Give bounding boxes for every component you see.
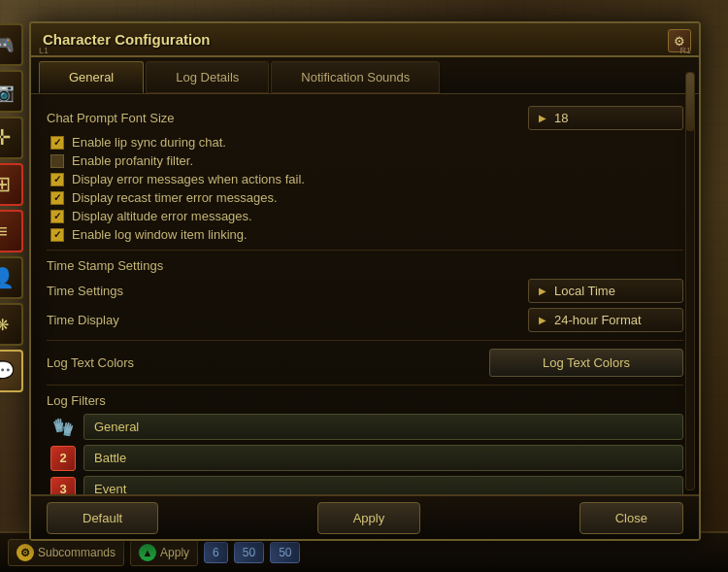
log-text-colors-button-label: Log Text Colors xyxy=(543,355,630,370)
side-icon-chat[interactable]: 💬 xyxy=(0,350,23,392)
time-settings-value: Local Time xyxy=(554,284,615,298)
tab-notification-sounds[interactable]: Notification Sounds xyxy=(271,61,440,93)
tab-general[interactable]: General xyxy=(39,61,144,93)
font-size-label: Chat Prompt Font Size xyxy=(47,111,528,125)
log-filter-battle[interactable]: 2 Battle xyxy=(47,445,683,471)
content-area: Chat Prompt Font Size 18 Enable lip sync… xyxy=(31,94,699,550)
checkbox-icon-profanity xyxy=(50,154,64,168)
checkbox-label-recast: Display recast timer error messages. xyxy=(72,190,278,205)
checkbox-lip-sync[interactable]: Enable lip sync during chat. xyxy=(47,135,683,150)
time-settings-label: Time Settings xyxy=(47,284,528,298)
checkbox-altitude[interactable]: Display altitude error messages. xyxy=(47,209,683,223)
checkbox-icon-altitude xyxy=(50,210,64,223)
close-button-bottom[interactable]: Close xyxy=(579,502,683,534)
scrollbar[interactable] xyxy=(685,72,695,490)
side-icon-crosshair[interactable]: ✛ xyxy=(0,117,23,159)
time-display-label: Time Display xyxy=(47,313,528,327)
side-icon-lines[interactable]: ≡ xyxy=(0,210,23,252)
filter-num-battle: 2 xyxy=(59,451,66,465)
checkbox-label-lip-sync: Enable lip sync during chat. xyxy=(72,135,226,150)
checkbox-label-error-msg: Display error messages when actions fail… xyxy=(72,172,305,186)
side-icon-gamepad[interactable]: 🎮 xyxy=(0,23,23,66)
side-icon-pattern[interactable]: ❋ xyxy=(0,303,23,346)
tab-label-r: R1 xyxy=(679,46,691,55)
tab-label-l: L1 xyxy=(39,46,49,55)
log-filter-general[interactable]: 🧤 General xyxy=(47,414,683,440)
side-icon-card[interactable]: ⊞ xyxy=(0,163,23,206)
apply-button[interactable]: Apply xyxy=(317,502,421,534)
filter-label-battle: Battle xyxy=(94,451,126,465)
time-display-dropdown[interactable]: 24-hour Format xyxy=(528,308,683,332)
default-button[interactable]: Default xyxy=(47,502,158,534)
timestamp-section-label: Time Stamp Settings xyxy=(47,258,683,273)
log-text-colors-button[interactable]: Log Text Colors xyxy=(489,349,683,377)
filter-label-general: General xyxy=(94,420,139,434)
filter-icon-battle: 2 xyxy=(50,446,76,471)
checkbox-label-item-link: Enable log window item linking. xyxy=(72,227,248,242)
checkbox-icon-lip-sync xyxy=(50,136,64,150)
side-icon-bar: 🎮 📷 ✛ ⊞ ≡ 👤 ❋ 💬 xyxy=(0,23,29,392)
title-bar: Character Configuration ⚙ xyxy=(31,23,699,57)
side-icon-camera[interactable]: 📷 xyxy=(0,70,23,113)
filter-icon-general: 🧤 xyxy=(50,415,76,440)
character-config-dialog: 🎮 📷 ✛ ⊞ ≡ 👤 ❋ 💬 Character Configuration … xyxy=(29,21,701,541)
divider-2 xyxy=(47,340,683,341)
checkbox-icon-error-msg xyxy=(50,173,64,186)
checkbox-label-altitude: Display altitude error messages. xyxy=(72,209,252,223)
log-text-colors-row: Log Text Colors Log Text Colors xyxy=(47,349,683,377)
checkbox-label-profanity: Enable profanity filter. xyxy=(72,153,193,168)
tab-log-details[interactable]: Log Details xyxy=(146,61,269,93)
time-display-value: 24-hour Format xyxy=(554,313,642,327)
tab-row: L1 General Log Details Notification Soun… xyxy=(31,57,699,94)
scrollbar-thumb xyxy=(686,73,694,131)
log-filters-section-label: Log Filters xyxy=(47,393,683,408)
font-size-value: 18 xyxy=(554,111,568,125)
time-settings-row: Time Settings Local Time xyxy=(47,279,683,303)
font-size-dropdown[interactable]: 18 xyxy=(528,106,683,130)
checkbox-error-msg[interactable]: Display error messages when actions fail… xyxy=(47,172,683,186)
side-icon-person[interactable]: 👤 xyxy=(0,256,23,299)
font-size-row: Chat Prompt Font Size 18 xyxy=(47,106,683,130)
checkbox-item-link[interactable]: Enable log window item linking. xyxy=(47,227,683,242)
bottom-bar: Default Apply Close xyxy=(31,494,699,539)
checkbox-icon-recast xyxy=(50,191,64,205)
checkbox-profanity[interactable]: Enable profanity filter. xyxy=(47,153,683,168)
filter-bar-general: General xyxy=(83,414,683,440)
time-display-row: Time Display 24-hour Format xyxy=(47,308,683,332)
checkbox-icon-item-link xyxy=(50,228,64,242)
log-text-colors-label: Log Text Colors xyxy=(47,355,489,370)
window-title: Character Configuration xyxy=(43,31,211,48)
time-settings-dropdown[interactable]: Local Time xyxy=(528,279,683,303)
divider-1 xyxy=(47,250,683,251)
checkbox-recast[interactable]: Display recast timer error messages. xyxy=(47,190,683,205)
filter-bar-battle: Battle xyxy=(83,445,683,471)
divider-3 xyxy=(47,385,683,386)
